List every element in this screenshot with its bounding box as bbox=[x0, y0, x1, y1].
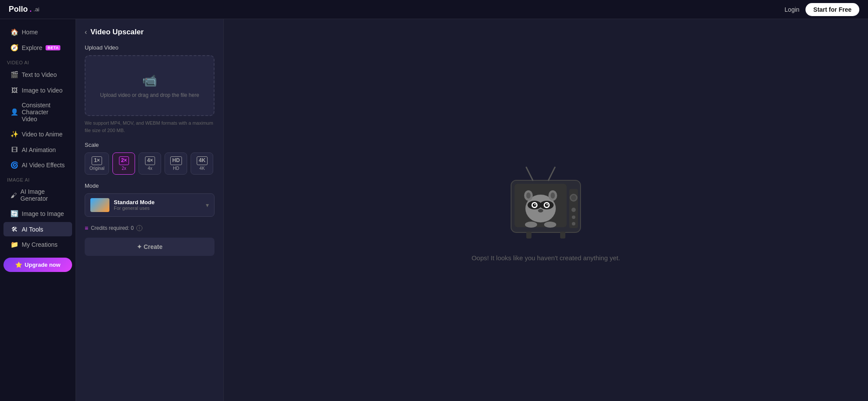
credits-label: Credits required: 0 bbox=[91, 225, 134, 231]
sidebar-label-text-to-video: Text to Video bbox=[22, 71, 57, 78]
sidebar-item-ai-video-effects[interactable]: 🌀 AI Video Effects bbox=[3, 158, 72, 172]
svg-point-23 bbox=[572, 215, 575, 219]
scale-2x-button[interactable]: 2× 2x bbox=[112, 152, 135, 175]
create-button[interactable]: ✦ Create bbox=[85, 238, 215, 256]
upload-camera-icon: 📹 bbox=[142, 73, 157, 88]
app-logo: Pollo..ai bbox=[9, 5, 40, 14]
back-button[interactable]: ‹ bbox=[85, 28, 87, 36]
sidebar-label-ai-animation: AI Animation bbox=[22, 146, 56, 153]
svg-point-15 bbox=[526, 192, 531, 199]
svg-point-12 bbox=[538, 209, 543, 212]
sidebar-label-home: Home bbox=[22, 29, 38, 36]
logo-text: Pollo bbox=[9, 5, 28, 14]
svg-line-28 bbox=[548, 167, 555, 180]
svg-point-21 bbox=[571, 195, 576, 200]
home-icon: 🏠 bbox=[10, 28, 18, 36]
main-layout: 🏠 Home 🧭 Explore BETA Video AI 🎬 Text to… bbox=[0, 19, 868, 401]
video-to-anime-icon: ✨ bbox=[10, 130, 18, 138]
panel-title: Video Upscaler bbox=[90, 28, 144, 36]
sidebar-item-text-to-video[interactable]: 🎬 Text to Video bbox=[3, 67, 72, 82]
sidebar-item-ai-animation[interactable]: 🎞 AI Animation bbox=[3, 143, 72, 157]
scale-2x-badge: 2× bbox=[119, 156, 129, 165]
mode-thumbnail bbox=[90, 198, 109, 212]
upload-section-label: Upload Video bbox=[85, 44, 215, 51]
sidebar-item-ai-tools[interactable]: 🛠 AI Tools bbox=[3, 222, 72, 236]
ai-image-gen-icon: 🖌 bbox=[10, 192, 17, 199]
header-actions: Login Start for Free bbox=[785, 3, 859, 16]
my-creations-icon: 📁 bbox=[10, 241, 18, 249]
logo-ai: .ai bbox=[33, 6, 40, 13]
scale-4x-button[interactable]: 4× 4x bbox=[139, 152, 161, 175]
svg-point-11 bbox=[547, 204, 548, 205]
sidebar-item-video-to-anime[interactable]: ✨ Video to Anime bbox=[3, 127, 72, 142]
credits-icon: ≡ bbox=[85, 225, 88, 232]
scale-section-label: Scale bbox=[85, 142, 215, 148]
sidebar-item-my-creations[interactable]: 📁 My Creations bbox=[3, 237, 72, 252]
mode-name: Standard Mode bbox=[114, 199, 201, 205]
app-header: Pollo..ai Login Start for Free bbox=[0, 0, 868, 19]
svg-rect-26 bbox=[560, 232, 565, 239]
scale-4k-label: 4K bbox=[199, 166, 205, 171]
sidebar-item-image-to-image[interactable]: 🔄 Image to Image bbox=[3, 206, 72, 221]
mode-section-label: Mode bbox=[85, 182, 215, 189]
scale-hd-button[interactable]: HD HD bbox=[165, 152, 187, 175]
mode-dropdown[interactable]: Standard Mode For general uses ▾ bbox=[85, 193, 215, 217]
upgrade-icon: ⭐ bbox=[15, 262, 22, 268]
scale-4x-label: 4x bbox=[148, 166, 152, 171]
upload-format-hint: We support MP4, MOV, and WEBM formats wi… bbox=[85, 119, 215, 134]
panel-header: ‹ Video Upscaler bbox=[85, 28, 215, 36]
mode-desc: For general uses bbox=[114, 205, 201, 211]
upgrade-button[interactable]: ⭐ Upgrade now bbox=[3, 258, 72, 272]
logo-dot: . bbox=[30, 5, 32, 14]
sidebar-label-image-to-image: Image to Image bbox=[22, 210, 64, 217]
empty-illustration bbox=[502, 159, 589, 245]
ai-animation-icon: 🎞 bbox=[10, 146, 18, 153]
empty-state-text: Oops! It looks like you haven't created … bbox=[472, 254, 620, 262]
credits-row: ≡ Credits required: 0 i bbox=[85, 225, 215, 232]
sidebar-label-ai-tools: AI Tools bbox=[22, 226, 43, 233]
svg-point-22 bbox=[571, 208, 576, 212]
tool-panel: ‹ Video Upscaler Upload Video 📹 Upload v… bbox=[76, 19, 224, 401]
svg-point-16 bbox=[551, 192, 555, 199]
video-upload-area[interactable]: 📹 Upload video or drag and drop the file… bbox=[85, 55, 215, 116]
scale-original-button[interactable]: 1× Original bbox=[85, 152, 109, 175]
start-free-button[interactable]: Start for Free bbox=[805, 3, 859, 16]
upgrade-label: Upgrade now bbox=[25, 262, 60, 268]
sidebar-item-image-to-video[interactable]: 🖼 Image to Video bbox=[3, 83, 72, 97]
upload-hint-text: Upload video or drag and drop the file h… bbox=[100, 92, 199, 98]
scale-4k-button[interactable]: 4K 4K bbox=[191, 152, 213, 175]
sidebar-item-ai-image-generator[interactable]: 🖌 AI Image Generator bbox=[3, 185, 72, 205]
svg-point-24 bbox=[572, 222, 575, 225]
explore-badge: BETA bbox=[46, 45, 60, 50]
svg-point-18 bbox=[544, 222, 556, 228]
sidebar-item-home[interactable]: 🏠 Home bbox=[3, 25, 72, 40]
sidebar-label-image-to-video: Image to Video bbox=[22, 87, 63, 94]
info-icon[interactable]: i bbox=[136, 225, 142, 231]
sidebar-label-video-to-anime: Video to Anime bbox=[22, 131, 63, 138]
scale-hd-label: HD bbox=[173, 166, 179, 171]
consistent-char-icon: 👤 bbox=[10, 108, 18, 116]
chevron-down-icon: ▾ bbox=[206, 202, 209, 209]
sidebar: 🏠 Home 🧭 Explore BETA Video AI 🎬 Text to… bbox=[0, 19, 76, 401]
sidebar-label-ai-image-gen: AI Image Generator bbox=[20, 188, 65, 202]
mode-info: Standard Mode For general uses bbox=[114, 199, 201, 211]
scale-4x-badge: 4× bbox=[145, 156, 155, 165]
video-ai-section-label: Video AI bbox=[0, 56, 76, 67]
svg-rect-25 bbox=[526, 232, 531, 239]
login-button[interactable]: Login bbox=[785, 6, 799, 13]
text-to-video-icon: 🎬 bbox=[10, 71, 18, 79]
content-area: ‹ Video Upscaler Upload Video 📹 Upload v… bbox=[76, 19, 868, 401]
scale-original-badge: 1× bbox=[92, 156, 102, 165]
image-to-video-icon: 🖼 bbox=[10, 86, 18, 94]
sidebar-label-ai-video-effects: AI Video Effects bbox=[22, 162, 65, 169]
sidebar-item-explore[interactable]: 🧭 Explore BETA bbox=[3, 40, 72, 55]
svg-point-10 bbox=[535, 204, 536, 205]
mode-section: Mode Standard Mode For general uses ▾ bbox=[85, 182, 215, 217]
scale-hd-badge: HD bbox=[170, 156, 182, 165]
scale-original-label: Original bbox=[89, 166, 104, 171]
ai-tools-icon: 🛠 bbox=[10, 225, 18, 233]
image-to-image-icon: 🔄 bbox=[10, 210, 18, 218]
ai-video-effects-icon: 🌀 bbox=[10, 161, 18, 169]
sidebar-item-consistent-character-video[interactable]: 👤 Consistent Character Video bbox=[3, 98, 72, 126]
preview-area: Oops! It looks like you haven't created … bbox=[224, 19, 868, 401]
